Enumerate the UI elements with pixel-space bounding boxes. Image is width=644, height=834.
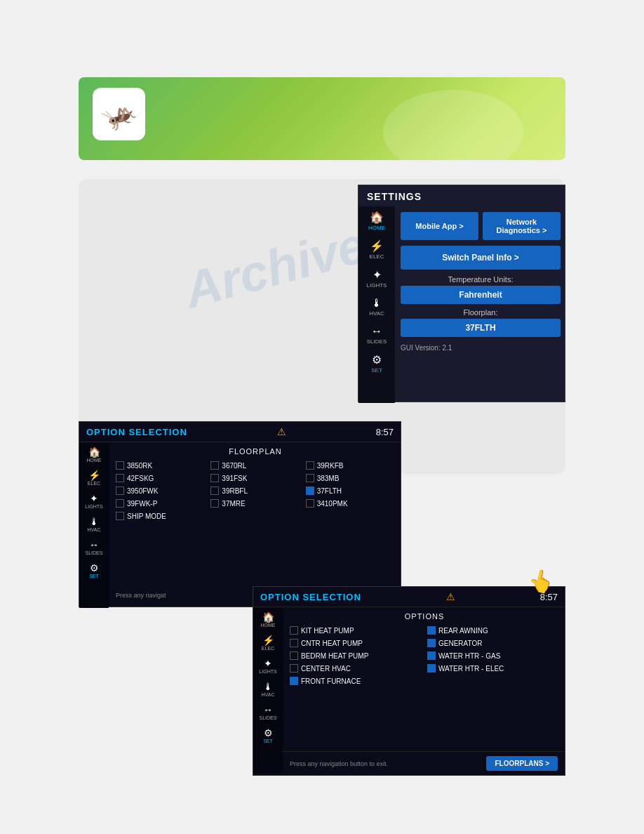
op1-slides-icon: ↔ <box>89 539 99 550</box>
floorplan-item[interactable]: 383MB <box>306 474 395 482</box>
option-name: FRONT FURNACE <box>301 677 361 685</box>
op1-lights-label: LIGHTS <box>85 504 102 509</box>
app-logo: 🦗 <box>93 88 145 140</box>
floorplan-checkbox[interactable] <box>116 486 124 495</box>
op1-title: OPTION SELECTION <box>86 427 187 437</box>
floorplan-item[interactable]: 391FSK <box>210 474 300 482</box>
op2-nav-lights[interactable]: ✦ LIGHTS <box>253 654 283 677</box>
floorplan-checkbox[interactable] <box>116 499 124 508</box>
floorplan-name: 37FLTH <box>317 487 342 495</box>
floorplan-checkbox[interactable] <box>116 512 124 520</box>
temperature-section: Temperature Units: Fahrenheit <box>401 275 561 304</box>
floorplan-checkbox[interactable] <box>210 486 219 495</box>
settings-sidebar: 🏠 HOME ⚡ ELEC ✦ LIGHTS 🌡 HVAC ↔ SLIDES ⚙… <box>358 206 395 403</box>
op2-lights-label: LIGHTS <box>259 669 276 674</box>
floorplan-item[interactable]: 3670RL <box>210 461 300 470</box>
floorplans-button[interactable]: FLOORPLANS > <box>486 756 558 771</box>
op1-nav-slides[interactable]: ↔ SLIDES <box>79 536 109 559</box>
option-item[interactable]: BEDRM HEAT PUMP <box>290 651 422 660</box>
nav-elec[interactable]: ⚡ ELEC <box>358 235 395 264</box>
op1-home-label: HOME <box>87 458 102 463</box>
option-panel-1: OPTION SELECTION ⚠ 8:57 🏠 HOME ⚡ ELEC ✦ … <box>79 421 401 607</box>
option-checkbox[interactable] <box>290 639 298 647</box>
floorplan-checkbox[interactable] <box>116 461 124 470</box>
switch-panel-info-button[interactable]: Switch Panel Info > <box>401 246 561 270</box>
floorplan-item[interactable]: 39FWK-P <box>116 499 205 508</box>
nav-hvac[interactable]: 🌡 HVAC <box>358 293 395 321</box>
floorplan-item[interactable]: 3410PMK <box>306 499 395 508</box>
option-name: WATER HTR - ELEC <box>438 665 504 673</box>
temperature-label: Temperature Units: <box>401 275 561 284</box>
floorplan-item[interactable]: 39RKFB <box>306 461 395 470</box>
option-item[interactable]: GENERATOR <box>427 639 559 647</box>
floorplan-item[interactable]: 3950FWK <box>116 486 205 495</box>
option-name: CENTER HVAC <box>301 665 351 673</box>
gui-version: GUI Version: 2.1 <box>401 341 561 355</box>
nav-set-label: SET <box>371 367 382 373</box>
op1-hvac-icon: 🌡 <box>89 516 99 527</box>
mobile-app-button[interactable]: Mobile App > <box>401 212 478 240</box>
nav-lights[interactable]: ✦ LIGHTS <box>358 264 395 293</box>
op2-nav-slides[interactable]: ↔ SLIDES <box>253 701 283 724</box>
option-checkbox[interactable] <box>427 639 436 647</box>
op1-nav-set[interactable]: ⚙ SET <box>79 559 109 582</box>
op1-lights-icon: ✦ <box>90 493 98 504</box>
option-checkbox[interactable] <box>427 664 436 673</box>
op2-nav-home[interactable]: 🏠 HOME <box>253 608 283 631</box>
option-checkbox[interactable] <box>290 664 298 673</box>
op1-slides-label: SLIDES <box>86 550 103 555</box>
option-name: KIT HEAT PUMP <box>301 627 354 635</box>
op1-home-icon: 🏠 <box>88 446 100 458</box>
op1-nav-lights[interactable]: ✦ LIGHTS <box>79 489 109 512</box>
option-checkbox[interactable] <box>290 626 298 635</box>
floorplan-checkbox[interactable] <box>210 474 219 482</box>
op1-set-icon: ⚙ <box>90 562 99 574</box>
op1-nav-home[interactable]: 🏠 HOME <box>79 443 109 466</box>
floorplan-checkbox[interactable] <box>210 499 219 508</box>
option-checkbox[interactable] <box>427 626 436 635</box>
op1-hvac-label: HVAC <box>88 527 101 532</box>
option-name: BEDRM HEAT PUMP <box>301 652 368 660</box>
option-item[interactable]: WATER HTR - GAS <box>427 651 559 660</box>
option-item[interactable]: CNTR HEAT PUMP <box>290 639 422 647</box>
floorplan-item[interactable]: 39RBFL <box>210 486 300 495</box>
op1-header: OPTION SELECTION ⚠ 8:57 <box>79 422 401 442</box>
floorplan-item[interactable]: 3850RK <box>116 461 205 470</box>
op2-header: OPTION SELECTION ⚠ 8:57 <box>253 587 565 607</box>
op1-nav-hvac[interactable]: 🌡 HVAC <box>79 512 109 536</box>
floorplan-item[interactable]: SHIP MODE <box>116 512 205 520</box>
floorplan-checkbox[interactable] <box>210 461 219 470</box>
floorplan-item[interactable]: 37FLTH <box>306 486 395 495</box>
floorplan-name: 37MRE <box>222 500 245 508</box>
floorplan-item[interactable]: 42FSKG <box>116 474 205 482</box>
floorplan-checkbox[interactable] <box>116 474 124 482</box>
op2-hvac-label: HVAC <box>262 692 275 697</box>
network-diagnostics-button[interactable]: Network Diagnostics > <box>483 212 561 240</box>
floorplan-checkbox[interactable] <box>306 461 314 470</box>
option-checkbox[interactable] <box>427 651 436 660</box>
option-item[interactable]: REAR AWNING <box>427 626 559 635</box>
settings-title: SETTINGS <box>358 185 565 208</box>
nav-slides[interactable]: ↔ SLIDES <box>358 321 395 349</box>
nav-elec-label: ELEC <box>370 253 384 260</box>
option-checkbox[interactable] <box>290 677 298 685</box>
op1-nav-elec[interactable]: ⚡ ELEC <box>79 466 109 489</box>
options-grid: KIT HEAT PUMPREAR AWNINGCNTR HEAT PUMPGE… <box>290 626 559 685</box>
floorplan-checkbox[interactable] <box>306 486 314 495</box>
option-checkbox[interactable] <box>290 651 298 660</box>
option-item[interactable]: WATER HTR - ELEC <box>427 664 559 673</box>
option-item[interactable]: FRONT FURNACE <box>290 677 422 685</box>
op2-nav-elec[interactable]: ⚡ ELEC <box>253 631 283 654</box>
nav-set[interactable]: ⚙ SET <box>358 349 395 378</box>
nav-home[interactable]: 🏠 HOME <box>358 206 395 235</box>
op1-set-label: SET <box>89 574 99 578</box>
floorplan-item[interactable]: 37MRE <box>210 499 300 508</box>
op2-nav-hvac[interactable]: 🌡 HVAC <box>253 677 283 701</box>
option-item[interactable]: KIT HEAT PUMP <box>290 626 422 635</box>
floorplan-checkbox[interactable] <box>306 474 314 482</box>
floorplan-checkbox[interactable] <box>306 499 314 508</box>
floorplan-name: 3670RL <box>222 462 246 470</box>
option-item[interactable]: CENTER HVAC <box>290 664 422 673</box>
floorplan-name: 39FWK-P <box>127 500 157 508</box>
op2-nav-set[interactable]: ⚙ SET <box>253 724 283 747</box>
